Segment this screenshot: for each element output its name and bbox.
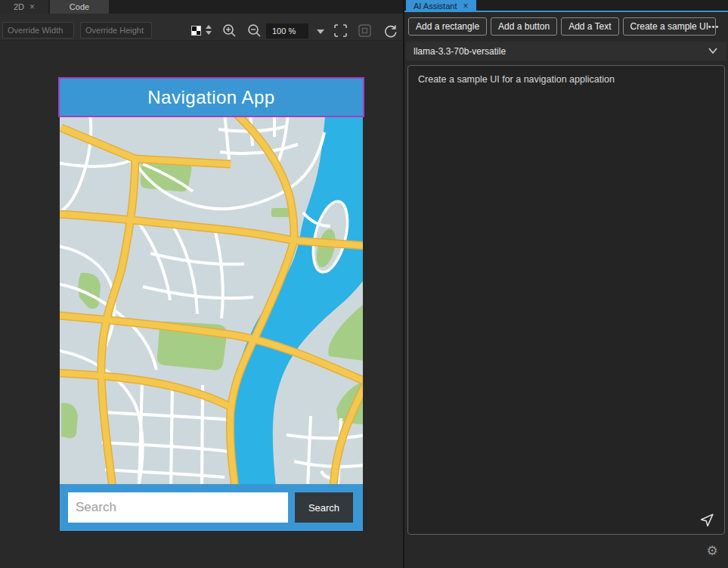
chevron-down-icon: [708, 47, 717, 54]
map-view[interactable]: [60, 116, 363, 484]
quick-actions: Add a rectangle Add a button Add a Text …: [408, 17, 716, 36]
settings-gear-icon[interactable]: ⚙: [704, 542, 720, 559]
zoom-level-value: 100 %: [272, 26, 296, 36]
search-button[interactable]: Search: [295, 492, 353, 523]
canvas-toolbar: 100 %: [0, 14, 403, 41]
app-header-selected[interactable]: Navigation App: [60, 79, 363, 116]
tab-code-label: Code: [70, 2, 89, 11]
app-title: Navigation App: [147, 87, 274, 108]
create-sample-ui-button[interactable]: Create a sample UI: [623, 17, 716, 36]
close-icon[interactable]: ×: [463, 2, 468, 11]
tab-ai-assistant[interactable]: AI Assistant ×: [406, 0, 476, 12]
add-text-button[interactable]: Add a Text: [561, 17, 618, 36]
add-button-button[interactable]: Add a button: [491, 17, 557, 36]
pixel-grid-icon[interactable]: [191, 26, 201, 36]
search-bar: Search: [60, 484, 363, 531]
zoom-out-icon[interactable]: [247, 23, 262, 38]
app-preview: Navigation App: [60, 79, 363, 531]
close-icon[interactable]: ×: [29, 2, 35, 11]
override-height-input[interactable]: [80, 22, 152, 39]
send-button[interactable]: [699, 510, 718, 529]
park-area: [271, 208, 290, 217]
fit-to-view-icon[interactable]: [333, 23, 348, 38]
zoom-in-icon[interactable]: [222, 23, 237, 38]
tab-2d-label: 2D: [14, 2, 24, 11]
model-name: llama-3.3-70b-versatile: [414, 46, 506, 57]
add-rectangle-button[interactable]: Add a rectangle: [408, 17, 487, 36]
ai-tabstrip: AI Assistant ×: [404, 0, 728, 12]
tab-2d[interactable]: 2D ×: [0, 0, 48, 14]
override-width-input[interactable]: [2, 22, 74, 39]
more-options-button[interactable]: •••: [703, 17, 724, 36]
model-selector[interactable]: llama-3.3-70b-versatile: [406, 42, 726, 61]
ai-assistant-panel: AI Assistant × Add a rectangle Add a but…: [404, 0, 728, 568]
ai-tab-label: AI Assistant: [414, 2, 457, 11]
zoom-selection-icon: [358, 23, 372, 38]
prompt-input[interactable]: Create a sample UI for a navigation appl…: [407, 65, 725, 535]
prompt-text: Create a sample UI for a navigation appl…: [408, 66, 724, 95]
zoom-level-field[interactable]: 100 %: [266, 23, 308, 39]
zoom-dropdown-caret[interactable]: [317, 29, 324, 34]
design-workspace: 2D × Code 100 %: [0, 0, 403, 568]
send-icon: [700, 511, 717, 527]
stepper-arrows[interactable]: [206, 25, 212, 35]
view-tabbar: 2D × Code: [0, 0, 403, 14]
reload-icon[interactable]: [383, 23, 398, 38]
search-input[interactable]: [68, 492, 288, 523]
tab-code[interactable]: Code: [50, 0, 109, 14]
